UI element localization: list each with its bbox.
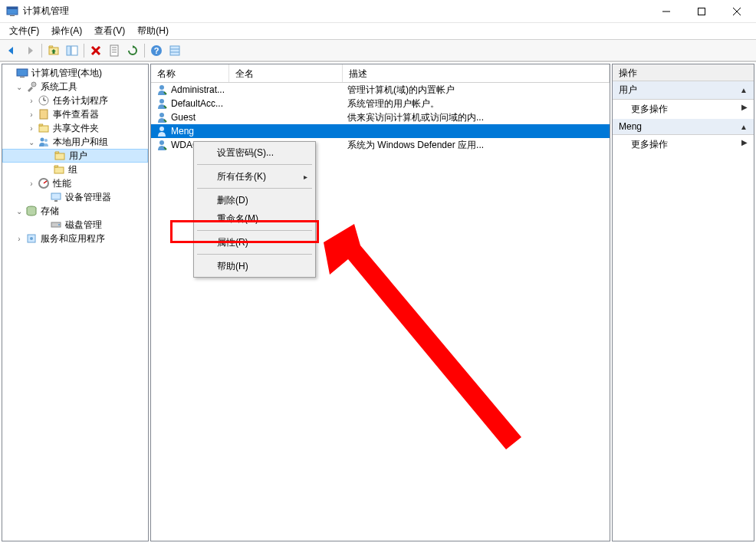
actions-section-meng[interactable]: Meng ▲ — [613, 119, 754, 135]
forward-button[interactable] — [21, 42, 38, 59]
storage-icon — [25, 205, 38, 217]
tree-label: 系统工具 — [41, 81, 77, 94]
help-button[interactable]: ? — [148, 42, 165, 59]
tree-users[interactable]: 用户 — [2, 149, 148, 163]
svg-point-44 — [159, 113, 164, 117]
close-button[interactable] — [719, 0, 754, 23]
chevron-right-icon[interactable]: › — [13, 235, 25, 243]
navigation-tree[interactable]: 计算机管理(本地) ⌄ 系统工具 › 任务计划程序 › 事件查看器 › 共享文件… — [2, 64, 149, 541]
context-set-password[interactable]: 设置密码(S)... — [196, 143, 314, 162]
user-icon — [156, 125, 168, 137]
list-row-selected[interactable]: Meng — [151, 124, 610, 138]
refresh-button[interactable] — [124, 42, 141, 59]
svg-point-43 — [159, 99, 164, 104]
menu-help[interactable]: 帮助(H) — [131, 23, 175, 39]
svg-rect-21 — [17, 69, 28, 76]
cell-desc: 系统为 Windows Defender 应用... — [347, 139, 484, 152]
actions-link-label: 更多操作 — [631, 103, 668, 116]
column-fullname[interactable]: 全名 — [229, 64, 343, 82]
minimize-button[interactable] — [649, 0, 684, 23]
tree-event-viewer[interactable]: › 事件查看器 — [2, 107, 148, 121]
svg-rect-18 — [170, 46, 179, 55]
back-button[interactable] — [3, 42, 20, 59]
actions-more-meng[interactable]: 更多操作 ▶ — [613, 135, 754, 154]
clock-icon — [38, 94, 50, 107]
menu-separator — [197, 164, 312, 165]
chevron-right-icon[interactable]: › — [25, 110, 38, 119]
tree-disk-management[interactable]: 磁盘管理 — [2, 218, 148, 232]
menu-action[interactable]: 操作(A) — [45, 23, 88, 39]
tree-label: 事件查看器 — [53, 108, 99, 121]
actions-section-users[interactable]: 用户 ▲ — [613, 81, 754, 100]
chevron-down-icon[interactable]: ⌄ — [13, 207, 25, 216]
svg-rect-9 — [71, 46, 77, 55]
tree-root[interactable]: 计算机管理(本地) — [2, 66, 148, 80]
context-rename[interactable]: 重命名(M) — [196, 209, 314, 228]
actions-body: 用户 ▲ 更多操作 ▶ Meng ▲ 更多操作 ▶ — [613, 81, 754, 541]
svg-point-39 — [58, 224, 60, 225]
chevron-right-icon[interactable]: › — [25, 124, 38, 133]
tree-device-manager[interactable]: 设备管理器 — [2, 190, 148, 204]
actions-header: 操作 — [613, 64, 754, 81]
tree-performance[interactable]: › 性能 — [2, 176, 148, 190]
up-button[interactable] — [45, 42, 62, 59]
tree-label: 磁盘管理 — [65, 219, 102, 232]
folder-icon — [54, 150, 66, 162]
show-hide-tree-button[interactable] — [64, 42, 81, 59]
svg-rect-2 — [10, 15, 15, 16]
actions-more-users[interactable]: 更多操作 ▶ — [613, 100, 754, 119]
list-row[interactable]: DefaultAcc... 系统管理的用户帐户。 — [151, 97, 610, 110]
menu-bar: 文件(F) 操作(A) 查看(V) 帮助(H) — [0, 23, 756, 40]
tree-label: 任务计划程序 — [53, 94, 108, 107]
tree-label: 计算机管理(本地) — [31, 67, 102, 80]
maximize-button[interactable] — [684, 0, 719, 23]
tree-label: 组 — [68, 163, 77, 176]
svg-text:?: ? — [154, 46, 159, 55]
chevron-right-icon: ▶ — [741, 103, 748, 116]
tools-icon — [25, 81, 38, 93]
tree-label: 设备管理器 — [65, 191, 111, 204]
tree-label: 存储 — [41, 205, 59, 218]
chevron-down-icon[interactable]: ⌄ — [13, 83, 25, 91]
delete-button[interactable] — [87, 42, 104, 59]
shared-folder-icon — [38, 122, 50, 134]
context-all-tasks[interactable]: 所有任务(K) — [196, 167, 314, 186]
toolbar-separator — [84, 44, 84, 58]
users-icon — [38, 136, 50, 148]
svg-point-23 — [31, 82, 36, 87]
actions-section-label: Meng — [619, 121, 642, 132]
chevron-right-icon[interactable]: › — [25, 179, 38, 188]
column-description[interactable]: 描述 — [343, 64, 610, 82]
svg-rect-35 — [51, 193, 61, 199]
export-list-button[interactable] — [166, 42, 183, 59]
app-icon — [6, 5, 18, 18]
context-help[interactable]: 帮助(H) — [196, 257, 314, 275]
tree-groups[interactable]: 组 — [2, 163, 148, 176]
list-row[interactable]: Administrat... 管理计算机(域)的内置帐户 — [151, 83, 610, 97]
menu-separator — [197, 230, 312, 231]
window-controls — [649, 0, 754, 23]
chevron-down-icon[interactable]: ⌄ — [25, 138, 38, 146]
column-name[interactable]: 名称 — [151, 64, 229, 82]
tree-storage[interactable]: ⌄ 存储 — [2, 204, 148, 218]
actions-panel: 操作 用户 ▲ 更多操作 ▶ Meng ▲ 更多操作 ▶ — [612, 64, 754, 541]
context-properties[interactable]: 属性(R) — [196, 233, 314, 252]
menu-file[interactable]: 文件(F) — [3, 23, 45, 39]
list-row[interactable]: Guest 供来宾访问计算机或访问域的内... — [151, 110, 610, 124]
tree-services-apps[interactable]: › 服务和应用程序 — [2, 232, 148, 245]
tree-local-users-groups[interactable]: ⌄ 本地用户和组 — [2, 135, 148, 149]
properties-button[interactable] — [106, 42, 123, 59]
chevron-right-icon[interactable]: › — [25, 97, 38, 105]
menu-separator — [197, 188, 312, 189]
svg-point-42 — [159, 85, 164, 90]
menu-view[interactable]: 查看(V) — [88, 23, 131, 39]
main-content: 计算机管理(本地) ⌄ 系统工具 › 任务计划程序 › 事件查看器 › 共享文件… — [0, 61, 756, 543]
tree-system-tools[interactable]: ⌄ 系统工具 — [2, 80, 148, 94]
title-bar: 计算机管理 — [0, 0, 756, 23]
svg-rect-1 — [7, 7, 18, 9]
tree-shared-folders[interactable]: › 共享文件夹 — [2, 121, 148, 135]
context-delete[interactable]: 删除(D) — [196, 191, 314, 209]
svg-point-45 — [159, 127, 164, 131]
user-icon — [156, 97, 168, 110]
tree-task-scheduler[interactable]: › 任务计划程序 — [2, 94, 148, 107]
